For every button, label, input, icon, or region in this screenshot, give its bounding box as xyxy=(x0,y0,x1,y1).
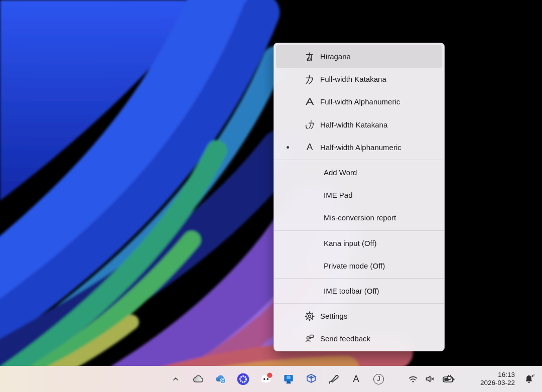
menu-separator xyxy=(274,160,444,160)
cloud-sync-button[interactable] xyxy=(209,366,232,392)
menu-separator xyxy=(274,230,444,231)
menu-item-label: Full-width Katakana xyxy=(320,75,386,83)
onedrive-cloud-icon xyxy=(192,372,205,385)
taskbar-tray-apps: A J xyxy=(164,366,390,392)
menu-item-halfwidth-katakana[interactable]: Half-width Katakana xyxy=(276,113,442,136)
menu-item-settings[interactable]: Settings xyxy=(276,305,442,327)
halfwidth-katakana-icon xyxy=(299,119,320,130)
notification-center-button[interactable]: z z xyxy=(523,366,536,392)
discord-icon xyxy=(259,372,273,386)
menu-item-halfwidth-alphanumeric[interactable]: A Half-width Alphanumeric xyxy=(276,136,442,159)
menu-item-send-feedback[interactable]: Send feedback xyxy=(276,327,442,350)
language-button[interactable]: J xyxy=(367,366,390,392)
discord-button[interactable] xyxy=(254,366,277,392)
menu-item-label: Send feedback xyxy=(320,334,370,343)
menu-item-label: Settings xyxy=(320,312,347,320)
volume-button[interactable] xyxy=(422,366,439,392)
do-not-disturb-bell-icon: z z xyxy=(523,372,536,385)
clock-date: 2026-03-22 xyxy=(480,379,515,387)
menu-item-ime-pad[interactable]: IME Pad xyxy=(276,184,442,206)
battery-button[interactable] xyxy=(439,366,459,392)
wifi-icon xyxy=(407,373,419,385)
svg-text:z: z xyxy=(533,373,535,376)
remote-desktop-icon xyxy=(282,372,295,385)
menu-item-private-mode[interactable]: Private mode (Off) xyxy=(276,254,442,277)
settings-gear-icon xyxy=(299,311,320,322)
halfwidth-alphanumeric-icon: A xyxy=(299,142,320,153)
menu-item-label: Hiragana xyxy=(320,52,351,61)
ime-context-menu: Hiragana Full-width Katakana A Full-widt… xyxy=(274,43,445,351)
clock-time: 16:13 xyxy=(480,371,515,379)
app-burst-icon xyxy=(236,372,250,386)
menu-item-add-word[interactable]: Add Word xyxy=(276,161,442,184)
menu-item-label: Half-width Alphanumeric xyxy=(320,143,401,152)
menu-item-misconversion-report[interactable]: Mis-conversion report xyxy=(276,206,442,229)
taskbar-clock[interactable]: 16:13 2026-03-22 xyxy=(480,366,515,392)
desktop-wallpaper xyxy=(0,0,542,392)
app-burst-button[interactable] xyxy=(232,366,254,392)
send-feedback-icon xyxy=(299,333,320,344)
menu-item-hiragana[interactable]: Hiragana xyxy=(276,45,442,68)
ime-mode-button[interactable]: A xyxy=(345,366,367,392)
battery-charging-icon xyxy=(442,373,456,385)
onedrive-cloud-button[interactable] xyxy=(187,366,209,392)
pen-icon xyxy=(327,372,340,385)
menu-item-label: Full-width Alphanumeric xyxy=(320,97,400,106)
pen-button[interactable] xyxy=(322,366,345,392)
menu-item-label: Half-width Katakana xyxy=(320,120,387,129)
menu-separator xyxy=(274,303,444,304)
fullwidth-alphanumeric-icon: A xyxy=(299,96,320,107)
selection-indicator xyxy=(276,146,299,149)
bloom-ribbons xyxy=(0,0,542,392)
dev-box-icon xyxy=(305,372,318,385)
selected-dot xyxy=(287,146,289,149)
ime-mode-a-indicator: A xyxy=(353,373,359,384)
dev-box-button[interactable] xyxy=(300,366,322,392)
cloud-sync-icon xyxy=(214,372,227,385)
fullwidth-katakana-icon xyxy=(299,74,320,85)
hiragana-icon xyxy=(299,51,320,62)
network-button[interactable] xyxy=(404,366,422,392)
menu-item-fullwidth-alphanumeric[interactable]: A Full-width Alphanumeric xyxy=(276,90,442,113)
language-j-indicator: J xyxy=(373,374,384,384)
menu-separator xyxy=(274,278,444,279)
system-tray xyxy=(404,366,459,392)
menu-item-kana-input[interactable]: Kana input (Off) xyxy=(276,232,442,254)
volume-muted-icon xyxy=(424,373,436,385)
remote-desktop-button[interactable] xyxy=(277,366,300,392)
tray-overflow-button[interactable] xyxy=(164,366,187,392)
taskbar: A J xyxy=(0,366,542,392)
menu-item-fullwidth-katakana[interactable]: Full-width Katakana xyxy=(276,68,442,90)
menu-item-ime-toolbar[interactable]: IME toolbar (Off) xyxy=(276,280,442,302)
chevron-up-icon xyxy=(170,373,181,384)
